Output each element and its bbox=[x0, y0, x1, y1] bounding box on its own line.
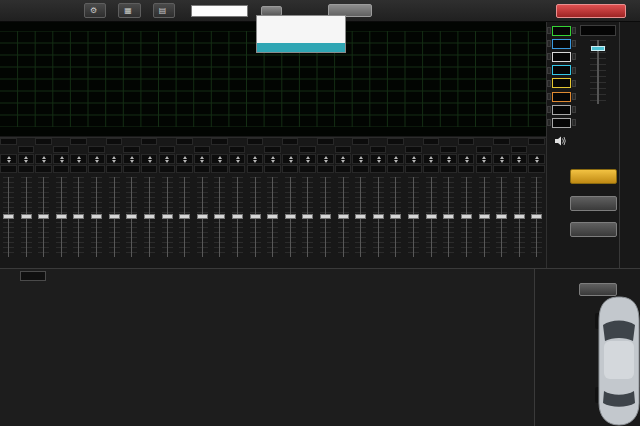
eq-q-input[interactable] bbox=[106, 154, 123, 164]
spinner-arrows[interactable] bbox=[95, 156, 99, 163]
eq-band-slider[interactable] bbox=[317, 175, 335, 261]
monitor-right-box[interactable] bbox=[572, 40, 576, 47]
spin-up-icon[interactable] bbox=[289, 156, 293, 159]
spinner-arrows[interactable] bbox=[412, 156, 416, 163]
slider-handle[interactable] bbox=[390, 214, 401, 219]
slider-handle[interactable] bbox=[91, 214, 102, 219]
monitor-channel-3[interactable] bbox=[552, 52, 571, 62]
spin-down-icon[interactable] bbox=[236, 160, 240, 163]
slider-handle[interactable] bbox=[109, 214, 120, 219]
eq-q-input[interactable] bbox=[0, 154, 17, 164]
eq-freq-input[interactable] bbox=[423, 138, 440, 145]
eq-freq-input[interactable] bbox=[194, 146, 211, 153]
monitor-channel-6[interactable] bbox=[552, 92, 571, 102]
slider-handle[interactable] bbox=[320, 214, 331, 219]
monitor-left-box[interactable] bbox=[547, 27, 551, 34]
spinner-arrows[interactable] bbox=[324, 156, 328, 163]
eq-q-input[interactable] bbox=[264, 154, 281, 164]
eq-q-input[interactable] bbox=[370, 154, 387, 164]
eq-freq-input[interactable] bbox=[18, 146, 35, 153]
spin-up-icon[interactable] bbox=[482, 156, 486, 159]
btl-badge[interactable] bbox=[20, 271, 46, 281]
slider-handle[interactable] bbox=[338, 214, 349, 219]
eq-q-input[interactable] bbox=[352, 154, 369, 164]
slider-handle[interactable] bbox=[214, 214, 225, 219]
eq-gain-value[interactable] bbox=[317, 165, 334, 173]
spin-down-icon[interactable] bbox=[7, 160, 11, 163]
spin-down-icon[interactable] bbox=[148, 160, 152, 163]
monitor-right-box[interactable] bbox=[572, 119, 576, 126]
eq-band-slider[interactable] bbox=[493, 175, 511, 261]
spinner-arrows[interactable] bbox=[517, 156, 521, 163]
eq-gain-value[interactable] bbox=[106, 165, 123, 173]
eq-gain-value[interactable] bbox=[387, 165, 404, 173]
eq-gain-value[interactable] bbox=[370, 165, 387, 173]
spin-up-icon[interactable] bbox=[112, 156, 116, 159]
eq-gain-value[interactable] bbox=[299, 165, 316, 173]
spinner-arrows[interactable] bbox=[394, 156, 398, 163]
spinner-arrows[interactable] bbox=[341, 156, 345, 163]
spin-down-icon[interactable] bbox=[394, 160, 398, 163]
monitor-channel-7[interactable] bbox=[552, 105, 571, 115]
eq-gain-value[interactable] bbox=[335, 165, 352, 173]
slider-handle[interactable] bbox=[73, 214, 84, 219]
eq-gain-value[interactable] bbox=[159, 165, 176, 173]
spinner-arrows[interactable] bbox=[306, 156, 310, 163]
eq-freq-input[interactable] bbox=[370, 146, 387, 153]
spin-down-icon[interactable] bbox=[517, 160, 521, 163]
eq-gain-value[interactable] bbox=[0, 165, 17, 173]
slider-handle[interactable] bbox=[285, 214, 296, 219]
spin-up-icon[interactable] bbox=[24, 156, 28, 159]
eq-q-input[interactable] bbox=[176, 154, 193, 164]
eq-band-slider[interactable] bbox=[141, 175, 159, 261]
spin-up-icon[interactable] bbox=[341, 156, 345, 159]
eq-q-input[interactable] bbox=[476, 154, 493, 164]
eq-gain-value[interactable] bbox=[141, 165, 158, 173]
eq-q-input[interactable] bbox=[18, 154, 35, 164]
eq-q-input[interactable] bbox=[70, 154, 87, 164]
spin-down-icon[interactable] bbox=[341, 160, 345, 163]
input-vol-button[interactable]: ▤ bbox=[153, 3, 176, 18]
slider-handle[interactable] bbox=[197, 214, 208, 219]
eq-freq-input[interactable] bbox=[493, 138, 510, 145]
spin-up-icon[interactable] bbox=[165, 156, 169, 159]
eq-q-input[interactable] bbox=[141, 154, 158, 164]
eq-gain-value[interactable] bbox=[18, 165, 35, 173]
eq-q-input[interactable] bbox=[299, 154, 316, 164]
spin-down-icon[interactable] bbox=[377, 160, 381, 163]
eq-q-input[interactable] bbox=[88, 154, 105, 164]
monitor-left-box[interactable] bbox=[547, 119, 551, 126]
source-option-aux[interactable] bbox=[257, 25, 345, 34]
eq-freq-input[interactable] bbox=[123, 146, 140, 153]
slider-handle[interactable] bbox=[479, 214, 490, 219]
eq-band-slider[interactable] bbox=[423, 175, 441, 261]
restore-eq-button[interactable] bbox=[570, 222, 617, 237]
eq-gain-value[interactable] bbox=[247, 165, 264, 173]
eq-q-input[interactable] bbox=[53, 154, 70, 164]
spin-up-icon[interactable] bbox=[306, 156, 310, 159]
slider-handle[interactable] bbox=[426, 214, 437, 219]
eq-freq-input[interactable] bbox=[141, 138, 158, 145]
spinner-arrows[interactable] bbox=[183, 156, 187, 163]
eq-band-slider[interactable] bbox=[123, 175, 141, 261]
spin-down-icon[interactable] bbox=[500, 160, 504, 163]
eq-q-input[interactable] bbox=[282, 154, 299, 164]
slider-handle[interactable] bbox=[531, 214, 542, 219]
spin-down-icon[interactable] bbox=[60, 160, 64, 163]
spin-up-icon[interactable] bbox=[271, 156, 275, 159]
eq-q-input[interactable] bbox=[317, 154, 334, 164]
monitor-right-box[interactable] bbox=[572, 106, 576, 113]
eq-q-input[interactable] bbox=[159, 154, 176, 164]
eq-q-input[interactable] bbox=[493, 154, 510, 164]
spin-down-icon[interactable] bbox=[482, 160, 486, 163]
eq-freq-input[interactable] bbox=[352, 138, 369, 145]
slider-handle[interactable] bbox=[126, 214, 137, 219]
eq-band-slider[interactable] bbox=[282, 175, 300, 261]
spin-down-icon[interactable] bbox=[200, 160, 204, 163]
source-option-optical[interactable] bbox=[257, 34, 345, 43]
eq-band-slider[interactable] bbox=[211, 175, 229, 261]
spin-up-icon[interactable] bbox=[42, 156, 46, 159]
volume-slider[interactable] bbox=[590, 40, 606, 104]
eq-q-input[interactable] bbox=[247, 154, 264, 164]
slider-handle[interactable] bbox=[373, 214, 384, 219]
